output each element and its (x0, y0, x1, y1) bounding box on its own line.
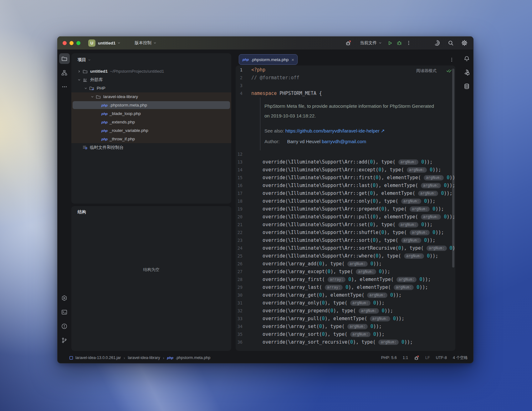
code-line-35[interactable]: 35 override(\array_sort(0), type( argNum… (236, 330, 455, 338)
code-line-20[interactable]: 20 override(\Illuminate\Support\Arr::pul… (236, 213, 455, 221)
debug-button[interactable] (395, 38, 404, 48)
project-panel-header[interactable]: 项目 (71, 53, 231, 63)
terminal-tool-icon[interactable] (59, 307, 70, 317)
code-line-23[interactable]: 23 override(\Illuminate\Support\Arr::sor… (236, 237, 455, 244)
code-line-18[interactable]: 18 override(\Illuminate\Support\Arr::onl… (236, 197, 455, 205)
tree-item-_blade_loop.php[interactable]: php_blade_loop.php (71, 109, 231, 118)
tree-item-.phpstorm.meta.php[interactable]: php.phpstorm.meta.php (71, 101, 231, 109)
code-line-28[interactable]: 28 override(\array_first( array: 0), ele… (236, 276, 455, 284)
code-line-12[interactable]: 12 (236, 150, 455, 158)
no-problems-bug-icon[interactable] (344, 38, 353, 48)
code-area[interactable]: 1<?php2// @formatter:off34namespace PHPS… (236, 66, 455, 346)
run-configuration-select[interactable]: 当前文件 (360, 40, 382, 46)
close-window-button[interactable] (63, 41, 67, 45)
run-button[interactable] (385, 38, 395, 48)
status-lf[interactable]: LF (425, 356, 430, 360)
tree-item-_extends.php[interactable]: php_extends.php (71, 118, 231, 126)
editor[interactable]: 1<?php2// @formatter:off34namespace PHPS… (236, 65, 455, 351)
tree-item-_router_variable.php[interactable]: php_router_variable.php (71, 126, 231, 135)
chevron-right-icon[interactable] (76, 70, 82, 73)
tree-item--[interactable]: 临时文件和控制台 (71, 143, 231, 152)
bug-x-icon[interactable] (414, 355, 419, 361)
ai-assistant-icon[interactable] (432, 38, 442, 48)
vcs-widget[interactable]: 版本控制 (135, 40, 157, 46)
parameter-hint: argNum: (347, 324, 368, 329)
code-line-26[interactable]: 26 override(\array_add(0), type( argNum:… (236, 260, 455, 268)
code-line-13[interactable]: 13 override(\Illuminate\Support\Arr::add… (236, 158, 455, 166)
line-number: 2 (236, 74, 243, 82)
breadcrumb-item[interactable]: php.phpstorm.meta.php (167, 356, 210, 360)
code-line-3[interactable]: 3 (236, 82, 455, 90)
rendered-doc-comment: PhpStorm Meta file, to provide autocompl… (260, 97, 455, 150)
chevron-down-icon[interactable] (90, 95, 95, 99)
reader-mode-label[interactable]: 阅读器模式 (416, 68, 437, 74)
code-line-29[interactable]: 29 override(\array_last( array: 0), elem… (236, 284, 455, 291)
code-line-19[interactable]: 19 override(\Illuminate\Support\Arr::pre… (236, 205, 455, 213)
parameter-hint: argNum: (410, 230, 430, 235)
line-number: 32 (236, 307, 243, 315)
line-number: 23 (236, 237, 243, 244)
parameter-hint: argNum: (378, 340, 399, 345)
more-actions-kebab-icon[interactable] (404, 38, 413, 48)
editor-tab-phpstorm-meta[interactable]: php .phpstorm.meta.php × (239, 54, 298, 65)
run-tool-icon[interactable] (59, 293, 70, 303)
minimize-window-button[interactable] (69, 41, 74, 45)
problems-tool-icon[interactable] (59, 321, 70, 331)
breadcrumb-item[interactable]: laravel-idea-library (128, 356, 160, 360)
code-text: override(\Illuminate\Support\Arr::shuffl… (251, 229, 444, 237)
doc-author-email-link[interactable]: barryvdh@gmail.com (322, 139, 366, 144)
code-line-17[interactable]: 17 override(\Illuminate\Support\Arr::get… (236, 190, 455, 197)
tree-item--[interactable]: 外部库 (71, 75, 231, 84)
more-tool-icon[interactable] (59, 81, 70, 92)
code-text: override(\Illuminate\Support\Arr::last(0… (251, 182, 455, 190)
settings-gear-icon[interactable] (460, 38, 469, 48)
code-line-2[interactable]: 2// @formatter:off (236, 74, 455, 82)
chevron-down-icon[interactable] (83, 86, 89, 90)
code-line-15[interactable]: 15 override(\Illuminate\Support\Arr::fir… (236, 174, 455, 182)
tree-item-_throw_if.php[interactable]: php_throw_if.php (71, 135, 231, 143)
tree-item-PHP[interactable]: PHP (71, 84, 231, 92)
status-utf-8[interactable]: UTF-8 (436, 356, 447, 360)
zoom-window-button[interactable] (76, 41, 80, 45)
code-line-36[interactable]: 36 override(\array_sort_recursive(0), ty… (236, 338, 455, 346)
notifications-tool-icon[interactable] (461, 53, 472, 64)
code-line-22[interactable]: 22 override(\Illuminate\Support\Arr::shu… (236, 229, 455, 237)
breadcrumb-label: laravel-idea-13.0.0.261.jar (75, 356, 121, 360)
inspections-ok-icon[interactable] (446, 68, 452, 73)
code-line-33[interactable]: 33 override(\array_pull(0), elementType(… (236, 315, 455, 323)
close-tab-icon[interactable]: × (291, 57, 294, 62)
code-line-30[interactable]: 30 override(\array_get(0), elementType( … (236, 291, 455, 299)
doc-paragraph: PhpStorm Meta file, to provide autocompl… (264, 101, 455, 111)
project-tool-icon[interactable] (59, 53, 70, 64)
vcs-tool-icon[interactable] (59, 335, 70, 346)
editor-scrollbar[interactable] (452, 69, 454, 268)
tab-options-kebab-icon[interactable] (448, 56, 455, 63)
status-4-[interactable]: 4 个空格 (453, 355, 468, 361)
tree-item-path: ~/PhpstormProjects/untitled1 (110, 69, 164, 74)
code-line-16[interactable]: 16 override(\Illuminate\Support\Arr::las… (236, 182, 455, 190)
chevron-down-icon[interactable] (76, 78, 82, 82)
doc-see-also-link[interactable]: https://github.com/barryvdh/laravel-ide-… (285, 128, 380, 133)
structure-tool-icon[interactable] (59, 67, 70, 78)
parameter-hint: argNum: (347, 261, 368, 267)
code-line-32[interactable]: 32 override(\array_prepend(0), type( arg… (236, 307, 455, 315)
project-name: untitled1 (98, 41, 115, 45)
status-php-5-6[interactable]: PHP: 5.6 (381, 356, 397, 360)
code-line-14[interactable]: 14 override(\Illuminate\Support\Arr::exc… (236, 166, 455, 174)
code-line-4[interactable]: 4namespace PHPSTORM_META { (236, 90, 455, 97)
status-1-1[interactable]: 1:1 (403, 356, 408, 360)
project-widget[interactable]: U untitled1 (80, 39, 121, 47)
code-line-25[interactable]: 25 override(\Illuminate\Support\Arr::whe… (236, 252, 455, 260)
code-line-24[interactable]: 24 override(\Illuminate\Support\Arr::sor… (236, 244, 455, 252)
tree-item-untitled1[interactable]: untitled1~/PhpstormProjects/untitled1 (71, 67, 231, 75)
code-line-21[interactable]: 21 override(\Illuminate\Support\Arr::set… (236, 221, 455, 229)
breadcrumb-item[interactable]: laravel-idea-13.0.0.261.jar (69, 356, 121, 360)
tree-item-laravel-idea-library[interactable]: laravel-idea-library (71, 92, 231, 101)
code-line-34[interactable]: 34 override(\array_set(0), type( argNum:… (236, 323, 455, 330)
structure-tool-window: 结构 结构为空 (71, 206, 231, 351)
code-line-27[interactable]: 27 override(\array_except(0), type( argN… (236, 268, 455, 276)
code-line-31[interactable]: 31 override(\array_only(0), type( argNum… (236, 299, 455, 307)
database-tool-icon[interactable] (461, 81, 472, 91)
ai-assistant-tool-icon[interactable] (461, 67, 472, 78)
search-everywhere-icon[interactable] (446, 38, 455, 48)
